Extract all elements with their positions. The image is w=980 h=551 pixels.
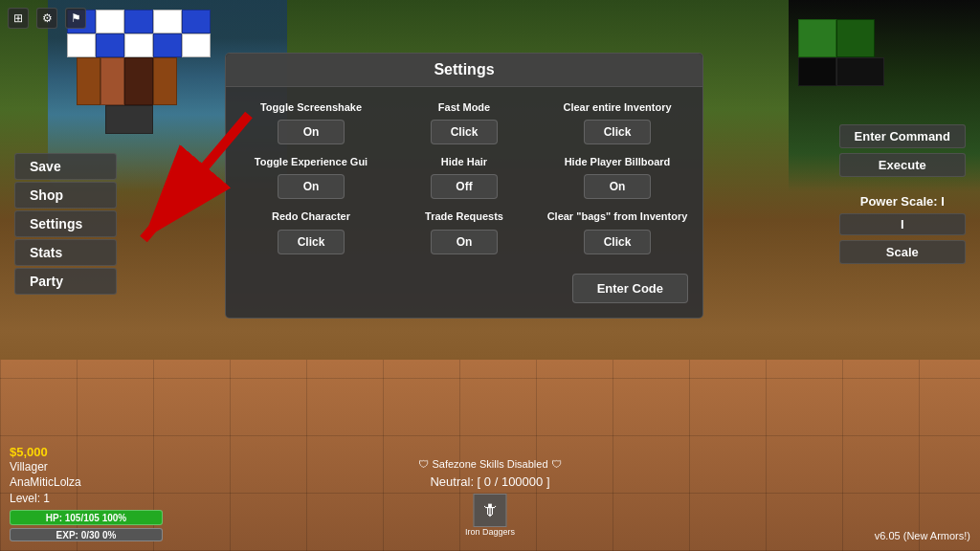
player-level: Level: 1 (10, 491, 163, 507)
toggle-screenshake-btn[interactable]: On (278, 120, 345, 144)
setting-clear-inventory: Clear entire Inventory Click (546, 101, 688, 144)
power-scale-label: Power Scale: I (839, 194, 966, 209)
clear-bags-label: Clear "bags" from Inventory (547, 210, 688, 223)
hide-player-billboard-label: Hide Player Billboard (565, 156, 671, 168)
hide-hair-btn[interactable]: Off (431, 174, 498, 199)
power-scale-value: I (839, 213, 966, 235)
nav-item-settings[interactable]: Settings (14, 210, 117, 237)
clear-inventory-btn[interactable]: Click (584, 120, 652, 144)
nav-item-save[interactable]: Save (14, 153, 117, 180)
gear-icon[interactable]: ⚙ (36, 8, 57, 29)
trade-requests-btn[interactable]: On (431, 230, 498, 254)
setting-fast-mode: Fast Mode Click (393, 101, 535, 144)
clear-bags-btn[interactable]: Click (584, 230, 652, 254)
redo-character-label: Redo Character (272, 210, 350, 223)
player-username: AnaMiticLolza (10, 474, 163, 491)
player-class: Villager (10, 459, 163, 475)
enter-code-button[interactable]: Enter Code (572, 274, 688, 303)
setting-redo-character: Redo Character Click (240, 210, 382, 253)
redo-character-btn[interactable]: Click (278, 230, 345, 254)
toggle-exp-gui-btn[interactable]: On (278, 174, 345, 199)
setting-clear-bags: Clear "bags" from Inventory Click (546, 210, 688, 253)
setting-toggle-screenshake: Toggle Screenshake On (240, 101, 382, 144)
money-display: $5,000 (10, 445, 163, 459)
toggle-exp-gui-label: Toggle Experience Gui (255, 156, 368, 168)
nav-menu: Save Shop Settings Stats Party (14, 153, 117, 295)
flag-icon[interactable]: ⚑ (65, 8, 86, 29)
setting-trade-requests: Trade Requests On (393, 210, 535, 253)
item-slot: 🗡 Iron Daggers (430, 494, 549, 537)
exp-bar: EXP: 0/30 0% (10, 528, 163, 541)
hp-bar: HP: 105/105 100% (10, 510, 163, 525)
hp-text: HP: 105/105 100% (46, 513, 127, 523)
version-text: v6.05 (New Armors!) (875, 530, 970, 541)
item-label: Iron Daggers (465, 527, 515, 537)
toggle-screenshake-label: Toggle Screenshake (260, 101, 362, 114)
neutral-text: Neutral: [ 0 / 100000 ] (430, 474, 549, 489)
right-panel: Enter Command Execute Power Scale: I I S… (839, 124, 966, 264)
trade-requests-label: Trade Requests (425, 210, 503, 223)
settings-panel: Settings Toggle Screenshake On Fast Mode… (225, 53, 703, 319)
hide-hair-label: Hide Hair (441, 156, 487, 168)
settings-title: Settings (226, 54, 702, 87)
nav-item-party[interactable]: Party (14, 268, 117, 295)
fast-mode-btn[interactable]: Click (431, 120, 499, 144)
hide-player-billboard-btn[interactable]: On (584, 174, 651, 199)
bottom-hud: $5,000 Villager AnaMiticLolza Level: 1 H… (10, 445, 163, 541)
enter-command-button[interactable]: Enter Command (839, 124, 966, 148)
hp-bar-container: HP: 105/105 100% EXP: 0/30 0% (10, 510, 163, 541)
top-icons-bar: ⊞ ⚙ ⚑ (8, 8, 86, 29)
fast-mode-label: Fast Mode (438, 101, 490, 114)
nav-item-shop[interactable]: Shop (14, 182, 117, 209)
enter-code-row: Enter Code (226, 269, 702, 303)
bottom-center: Neutral: [ 0 / 100000 ] 🗡 Iron Daggers (430, 474, 549, 537)
scale-button[interactable]: Scale (839, 240, 966, 264)
roblox-icon[interactable]: ⊞ (8, 8, 29, 29)
execute-button[interactable]: Execute (839, 153, 966, 177)
safezone-text: 🛡 Safezone Skills Disabled 🛡 (418, 458, 561, 470)
setting-toggle-exp-gui: Toggle Experience Gui On (240, 156, 382, 199)
settings-grid: Toggle Screenshake On Fast Mode Click Cl… (226, 87, 702, 269)
nav-item-stats[interactable]: Stats (14, 239, 117, 266)
clear-inventory-label: Clear entire Inventory (563, 101, 671, 114)
setting-hide-hair: Hide Hair Off (393, 156, 535, 199)
exp-text: EXP: 0/30 0% (56, 530, 117, 540)
setting-hide-player-billboard: Hide Player Billboard On (546, 156, 688, 199)
item-icon: 🗡 (474, 494, 507, 527)
